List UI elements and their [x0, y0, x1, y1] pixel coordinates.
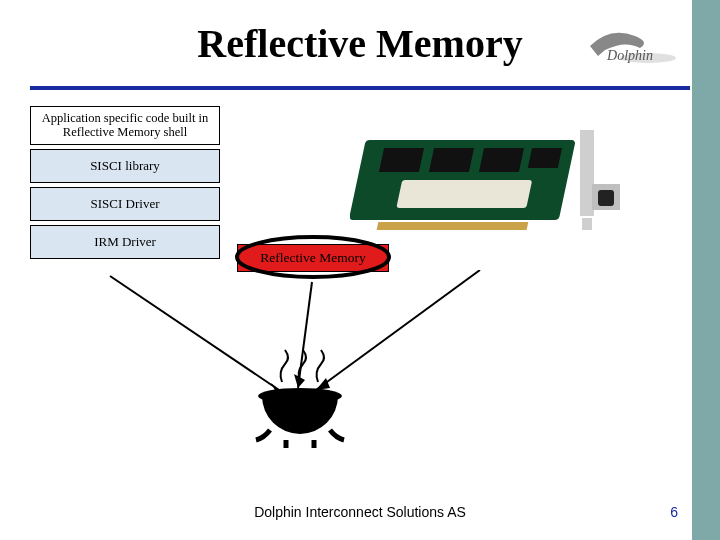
software-stack: Application specific code built in Refle… — [30, 106, 220, 259]
svg-rect-7 — [396, 180, 532, 208]
svg-rect-11 — [598, 190, 614, 206]
stack-app-shell: Application specific code built in Refle… — [30, 106, 220, 145]
svg-line-15 — [298, 282, 312, 388]
svg-rect-6 — [528, 148, 562, 168]
stack-sisci-driver: SISCI Driver — [30, 187, 220, 221]
svg-line-17 — [316, 270, 480, 390]
pot-diagram — [30, 270, 590, 460]
svg-rect-9 — [580, 130, 594, 216]
title-underline — [30, 86, 690, 90]
stack-sisci-library: SISCI library — [30, 149, 220, 183]
svg-rect-3 — [379, 148, 424, 172]
pci-card-image — [350, 110, 630, 240]
stack-irm-driver: IRM Driver — [30, 225, 220, 259]
page-title: Reflective Memory — [0, 20, 720, 67]
svg-rect-8 — [377, 222, 529, 230]
svg-rect-4 — [429, 148, 474, 172]
svg-line-13 — [110, 276, 282, 392]
footer-text: Dolphin Interconnect Solutions AS — [0, 504, 720, 520]
svg-rect-5 — [479, 148, 524, 172]
svg-rect-12 — [582, 218, 592, 230]
page-number: 6 — [670, 504, 678, 520]
sidebar-stripe — [692, 0, 720, 540]
